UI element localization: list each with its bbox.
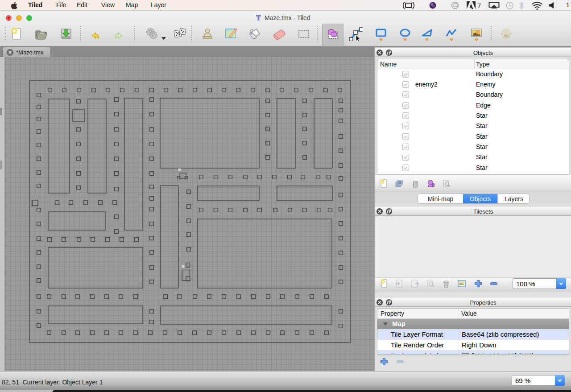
svg-text:....: .... — [185, 265, 189, 269]
svg-text:7: 7 — [477, 2, 481, 9]
svg-text:...: ... — [32, 194, 35, 198]
svg-text:....: .... — [181, 168, 185, 172]
